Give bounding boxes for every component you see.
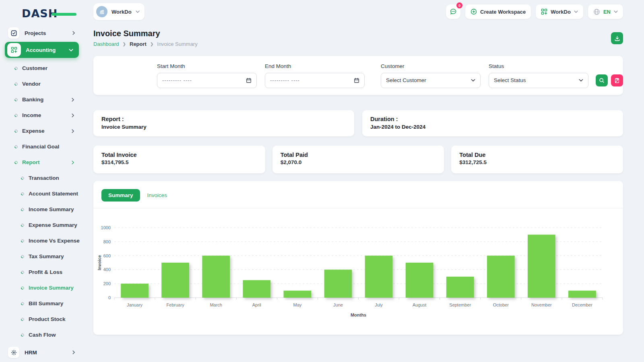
bar-april <box>243 280 270 298</box>
workspace-avatar-building-icon <box>96 6 107 17</box>
chevron-down-icon <box>579 78 583 82</box>
customer-field: Customer Select Customer <box>381 63 481 88</box>
chart-card: Summary Invoices 02004006008001000Januar… <box>93 181 623 335</box>
chevron-right-icon <box>72 31 76 35</box>
bar-march <box>202 256 230 298</box>
sidebar-item-customer[interactable]: Customer <box>0 60 84 76</box>
page-title: Invoice Summary <box>93 29 198 38</box>
sidebar-item-hrm[interactable]: HRM <box>5 346 79 359</box>
plus-circle-icon <box>471 8 477 15</box>
tab-summary[interactable]: Summary <box>101 189 140 202</box>
end-month-label: End Month <box>265 63 365 69</box>
duration-info-value: Jan-2024 to Dec-2024 <box>370 124 615 130</box>
messages-badge: 0 <box>456 2 462 8</box>
sidebar-item-income-summary[interactable]: Income Summary <box>0 202 84 217</box>
sidebar-item-expense[interactable]: Expense <box>0 123 84 139</box>
stat-value: $314,795.5 <box>101 159 257 165</box>
sidebar-item-banking[interactable]: Banking <box>0 92 84 107</box>
svg-text:December: December <box>572 302 592 307</box>
chart-area: 02004006008001000JanuaryFebruaryMarchApr… <box>93 208 623 323</box>
chevron-right-icon <box>71 98 75 102</box>
bullet-icon <box>20 301 25 306</box>
sidebar-item-financial-goal[interactable]: Financial Goal <box>0 139 84 154</box>
start-month-label: Start Month <box>157 63 257 69</box>
page-header: Invoice Summary Dashboard ❯ Report ❯ Inv… <box>93 29 623 47</box>
sidebar-item-account-statement[interactable]: Account Statement <box>0 186 84 202</box>
create-workspace-button[interactable]: Create Workspace <box>465 4 531 19</box>
sidebar-item-bill-summary[interactable]: Bill Summary <box>0 296 84 311</box>
customer-select[interactable]: Select Customer <box>381 73 481 88</box>
download-icon <box>614 35 620 41</box>
bullet-icon <box>20 286 25 290</box>
sidebar-item-expense-summary[interactable]: Expense Summary <box>0 217 84 233</box>
svg-text:March: March <box>210 302 222 307</box>
total-paid-card: Total Paid $2,070.0 <box>272 146 444 173</box>
bar-august <box>406 263 433 298</box>
sidebar-item-vendor[interactable]: Vendor <box>0 76 84 92</box>
sidebar-item-projects[interactable]: Projects <box>5 27 79 39</box>
status-label: Status <box>489 63 588 69</box>
sidebar-item-invoice-summary[interactable]: Invoice Summary <box>0 280 84 296</box>
breadcrumb-report[interactable]: Report <box>130 41 147 47</box>
grid-plus-icon <box>541 8 547 15</box>
svg-text:January: January <box>127 302 143 307</box>
sidebar-item-label: Accounting <box>26 47 69 53</box>
sidebar-item-profit-loss[interactable]: Profit & Loss <box>0 264 84 280</box>
chevron-right-icon <box>72 350 76 354</box>
chart-tabs: Summary Invoices <box>93 181 623 208</box>
apply-filter-button[interactable] <box>596 74 608 86</box>
workspace-menu-label: WorkDo <box>551 9 571 15</box>
stat-value: $312,725.5 <box>459 159 615 165</box>
reset-filter-button[interactable] <box>611 74 623 86</box>
filter-actions <box>596 74 623 86</box>
bar-may <box>284 291 312 298</box>
duration-info-title: Duration : <box>370 116 615 122</box>
search-icon <box>599 78 605 83</box>
globe-icon <box>593 8 600 15</box>
end-month-input[interactable]: --------- ---- <box>265 73 365 88</box>
svg-text:August: August <box>413 302 426 307</box>
bullet-icon <box>14 160 18 165</box>
sidebar-item-income[interactable]: Income <box>0 107 84 123</box>
chevron-down-icon <box>69 48 73 52</box>
bar-october <box>487 256 515 298</box>
sidebar-item-tax-summary[interactable]: Tax Summary <box>0 249 84 264</box>
status-field: Status Select Status <box>489 63 588 88</box>
app-logo[interactable]: DASH <box>22 7 70 21</box>
sidebar-item-product-stock[interactable]: Product Stock <box>0 311 84 327</box>
accounting-grid-icon <box>7 43 21 57</box>
svg-text:Months: Months <box>351 313 366 317</box>
sidebar-item-income-vs-expense[interactable]: Income Vs Expense <box>0 233 84 249</box>
breadcrumb-dashboard[interactable]: Dashboard <box>93 41 119 47</box>
status-select[interactable]: Select Status <box>489 73 588 88</box>
sidebar-item-transaction[interactable]: Transaction <box>0 170 84 186</box>
end-month-field: End Month --------- ---- <box>265 63 365 88</box>
messages-button[interactable]: 0 <box>446 4 460 19</box>
chevron-right-icon: ❯ <box>150 42 153 46</box>
duration-info-card: Duration : Jan-2024 to Dec-2024 <box>362 110 623 136</box>
sidebar-item-accounting[interactable]: Accounting <box>5 42 79 58</box>
svg-text:April: April <box>252 302 261 307</box>
svg-text:October: October <box>493 302 509 307</box>
stat-value: $2,070.0 <box>281 159 436 165</box>
sidebar-item-label: Projects <box>25 30 72 36</box>
report-info-card: Report : Invoice Summary <box>93 110 354 136</box>
start-month-input[interactable]: --------- ---- <box>157 73 257 88</box>
download-button[interactable] <box>611 32 623 44</box>
checkbox-icon <box>8 27 19 39</box>
stat-title: Total Paid <box>281 152 436 158</box>
svg-text:400: 400 <box>103 267 111 272</box>
sidebar-item-label: HRM <box>25 350 72 356</box>
start-month-field: Start Month --------- ---- <box>157 63 257 88</box>
bar-december <box>568 291 596 298</box>
sidebar-item-report[interactable]: Report <box>0 154 84 170</box>
svg-text:November: November <box>531 302 552 307</box>
workspace-switcher[interactable]: WorkDo <box>93 3 144 20</box>
chevron-down-icon <box>471 78 475 82</box>
chevron-right-icon <box>71 129 75 133</box>
language-selector[interactable]: EN <box>588 4 623 19</box>
sidebar-item-cash-flow[interactable]: Cash Flow <box>0 327 84 343</box>
main-content: WorkDo 0 Create Workspace WorkDo <box>84 0 644 362</box>
workspace-menu-button[interactable]: WorkDo <box>536 4 583 19</box>
tab-invoices[interactable]: Invoices <box>147 192 167 198</box>
